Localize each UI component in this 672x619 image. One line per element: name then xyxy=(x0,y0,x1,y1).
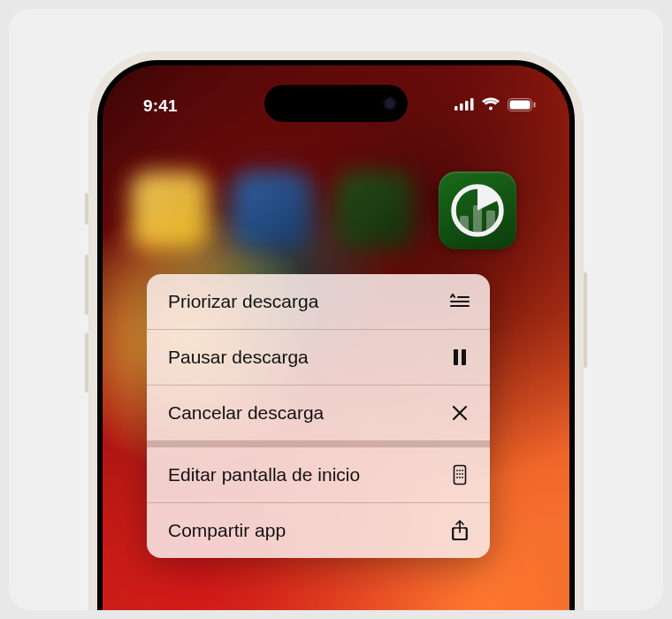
svg-point-23 xyxy=(459,473,461,475)
svg-rect-6 xyxy=(534,102,536,107)
app-icon-downloading[interactable] xyxy=(439,172,516,249)
menu-item-label: Pausar descarga xyxy=(168,347,309,368)
cellular-icon xyxy=(454,98,474,114)
pause-icon xyxy=(449,347,470,368)
menu-item-share-app[interactable]: Compartir app xyxy=(147,503,490,558)
svg-point-24 xyxy=(462,473,463,475)
cancel-icon xyxy=(449,402,470,424)
menu-item-label: Priorizar descarga xyxy=(168,291,318,312)
dynamic-island xyxy=(264,85,408,122)
download-progress-icon xyxy=(446,179,509,242)
edit-home-icon xyxy=(449,464,470,485)
phone-frame: 9:41 xyxy=(88,51,584,610)
side-button-volume-up xyxy=(85,255,88,315)
svg-rect-0 xyxy=(454,106,458,111)
app-icon-blurred xyxy=(233,172,311,249)
share-icon xyxy=(449,520,470,541)
svg-rect-5 xyxy=(510,100,531,109)
menu-item-cancel-download[interactable]: Cancelar descarga xyxy=(147,386,490,440)
context-menu: Priorizar descarga Pausar desca xyxy=(147,274,490,558)
wifi-icon xyxy=(481,97,500,115)
svg-rect-15 xyxy=(462,349,466,365)
menu-item-prioritize-download[interactable]: Priorizar descarga xyxy=(147,274,490,329)
svg-rect-3 xyxy=(470,98,474,111)
svg-rect-18 xyxy=(454,466,466,485)
svg-point-21 xyxy=(462,470,463,471)
app-icon-blurred xyxy=(131,172,209,249)
side-button-power xyxy=(584,272,587,368)
svg-rect-2 xyxy=(465,101,469,111)
svg-point-25 xyxy=(456,477,458,478)
svg-point-20 xyxy=(459,470,461,471)
menu-item-label: Compartir app xyxy=(168,520,286,541)
front-camera xyxy=(383,96,397,111)
svg-point-19 xyxy=(456,470,458,471)
menu-item-edit-home[interactable]: Editar pantalla de inicio xyxy=(147,447,490,502)
svg-rect-14 xyxy=(454,349,458,365)
side-button-silence xyxy=(85,193,88,225)
menu-item-pause-download[interactable]: Pausar descarga xyxy=(147,330,490,385)
image-card: 9:41 xyxy=(9,9,663,610)
svg-point-26 xyxy=(459,477,461,478)
side-button-volume-down xyxy=(85,332,88,393)
prioritize-icon xyxy=(449,291,470,312)
phone-screen: 9:41 xyxy=(103,65,569,610)
menu-item-label: Editar pantalla de inicio xyxy=(168,464,360,485)
svg-point-22 xyxy=(456,473,458,475)
status-time: 9:41 xyxy=(143,96,178,116)
status-indicators xyxy=(454,97,536,115)
home-screen-row xyxy=(124,172,548,260)
phone-body: 9:41 xyxy=(97,60,575,610)
svg-point-27 xyxy=(462,477,463,478)
app-icon-blurred xyxy=(336,172,414,249)
svg-rect-1 xyxy=(460,103,463,111)
menu-separator-thick xyxy=(147,440,490,447)
battery-icon xyxy=(508,98,536,115)
menu-item-label: Cancelar descarga xyxy=(168,402,324,424)
